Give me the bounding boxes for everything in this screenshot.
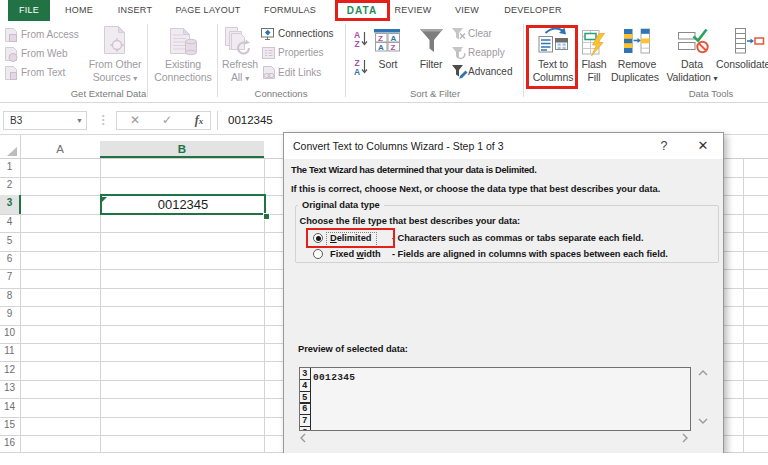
- svg-text:A: A: [378, 43, 384, 52]
- svg-text:Z: Z: [391, 43, 396, 52]
- svg-text:A: A: [391, 34, 397, 43]
- svg-text:Z: Z: [378, 34, 383, 43]
- svg-text:A: A: [354, 67, 360, 77]
- svg-text:Z: Z: [355, 39, 360, 49]
